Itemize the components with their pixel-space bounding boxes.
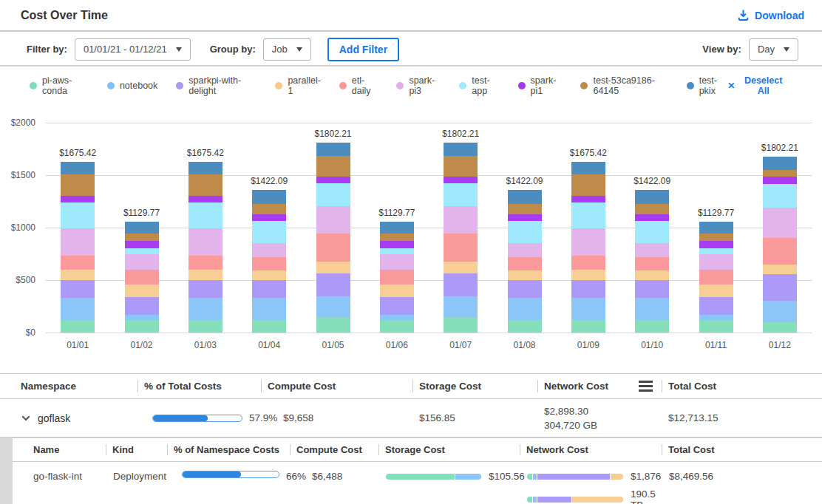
- bar-segment-test-app: [125, 248, 159, 253]
- bar-segment-parallel-1: [125, 285, 159, 297]
- x-axis-tick-label: 01/07: [438, 340, 483, 350]
- bar-segment-pi-aws-conda: [635, 320, 669, 333]
- cost-bar-chart: $0$500$1000$1500$2000$1675.4201/01$1129.…: [0, 103, 822, 362]
- network-cost-bar: [527, 474, 623, 480]
- column-header-storage: Storage Cost: [378, 438, 520, 461]
- legend-item-pi-aws-conda[interactable]: pi-aws-conda: [30, 75, 89, 96]
- deselect-all-label: Deselect All: [740, 75, 787, 96]
- legend-dot-icon: [30, 82, 37, 89]
- x-axis-tick-label: 01/12: [758, 340, 802, 350]
- legend-item-spark-pi1[interactable]: spark-pi1: [518, 75, 563, 96]
- bar-segment-test-pkix: [571, 162, 605, 174]
- bar-segment-test-pkix: [763, 157, 797, 171]
- bar-segment: [455, 474, 481, 480]
- bar-segment-test-pkix: [188, 162, 223, 174]
- bar-segment-test-app: [316, 183, 350, 206]
- bar-segment-etl-daily: [571, 256, 605, 269]
- bar-segment-sparkpi-with-delight: [252, 280, 286, 298]
- pct-namespace-progress-bar: [182, 471, 279, 478]
- legend-label: etl-daily: [352, 75, 378, 96]
- column-header-compute: Compute Cost: [261, 374, 412, 398]
- view-by-select[interactable]: Day: [749, 38, 798, 61]
- legend-item-test-app[interactable]: test-app: [459, 75, 499, 96]
- namespace-name: goflask: [38, 412, 70, 424]
- storage-cost-value: $156.85: [412, 412, 537, 423]
- bar-segment-spark-pi3: [61, 228, 95, 256]
- bar-segment-pi-aws-conda: [252, 320, 286, 333]
- bar-segment-parallel-1: [508, 270, 542, 281]
- network-usage-value: 304,720 GB: [544, 418, 662, 432]
- legend-item-spark-pi3[interactable]: spark-pi3: [396, 75, 441, 96]
- bar-segment-pi-aws-conda: [508, 320, 542, 333]
- deselect-all-button[interactable]: ✕ Deselect All: [727, 75, 787, 96]
- download-label: Download: [755, 10, 804, 21]
- x-axis-tick-label: 01/06: [375, 340, 419, 350]
- workload-kind: Deployment: [106, 462, 167, 504]
- legend-item-parallel-1[interactable]: parallel-1: [275, 75, 320, 96]
- bar-segment-sparkpi-with-delight: [444, 273, 478, 296]
- add-filter-button[interactable]: Add Filter: [327, 38, 399, 61]
- bar-total-label: $1422.09: [621, 176, 683, 186]
- network-cost-cell: $2,898.30 304,720 GB: [537, 404, 662, 432]
- chevron-down-icon[interactable]: [21, 413, 31, 423]
- bar-total-label: $1675.42: [557, 148, 619, 158]
- network-cost-cell: $1,876 190.5 TB: [520, 462, 662, 504]
- table-row-goflask[interactable]: goflask 57.9% $9,658 $156.85 $2,898.30 3…: [0, 399, 822, 437]
- bar-segment-spark-pi1: [635, 214, 669, 221]
- x-axis-tick-label: 01/09: [566, 340, 611, 350]
- column-header-network: Network Cost: [537, 374, 662, 398]
- table-row-go-flask-int[interactable]: go-flask-int Deployment 66% $6,488 $105.…: [13, 462, 822, 504]
- bar-segment-parallel-1: [635, 270, 669, 281]
- bar-total-label: $1422.09: [238, 176, 300, 186]
- bar-total-label: $1129.77: [685, 208, 747, 218]
- date-range-select[interactable]: 01/01/21 - 01/12/21: [75, 38, 191, 61]
- group-by-select[interactable]: Job: [263, 38, 311, 61]
- bar-segment-notebook: [252, 298, 286, 320]
- chevron-down-icon: [296, 47, 302, 52]
- gridline: [46, 123, 812, 123]
- title-bar: Cost Over Time Download: [0, 0, 822, 32]
- bar-segment-notebook: [571, 298, 605, 321]
- legend-dot-icon: [580, 82, 588, 89]
- bar-segment-test-53ca9186-64145: [125, 234, 159, 242]
- bar-segment-test-pkix: [125, 222, 159, 234]
- legend-item-notebook[interactable]: notebook: [107, 81, 157, 91]
- y-axis-tick-label: $2000: [0, 118, 35, 128]
- bar-segment-notebook: [444, 296, 478, 318]
- chevron-down-icon: [176, 47, 182, 52]
- gridline: [46, 333, 812, 333]
- bar-segment-test-app: [571, 202, 605, 228]
- gridline: [46, 175, 812, 176]
- legend-item-etl-daily[interactable]: etl-daily: [339, 75, 378, 96]
- bar-segment-etl-daily: [444, 234, 478, 262]
- bar-total-label: $1675.42: [47, 148, 109, 158]
- pct-total-progress-bar: [152, 415, 242, 422]
- download-icon: [737, 9, 750, 21]
- y-axis-tick-label: $1500: [0, 170, 35, 180]
- bar-segment-spark-pi1: [508, 214, 542, 221]
- bar-segment-sparkpi-with-delight: [571, 280, 605, 298]
- download-button[interactable]: Download: [737, 9, 804, 21]
- legend-label: pi-aws-conda: [42, 75, 89, 96]
- column-header-namespace: Namespace: [0, 374, 137, 398]
- y-axis-tick-label: $1000: [0, 222, 35, 233]
- bar-segment-spark-pi3: [635, 243, 669, 257]
- column-menu-icon[interactable]: [637, 379, 654, 393]
- column-header-name: Name: [13, 438, 106, 461]
- chart-legend: pi-aws-condanotebooksparkpi-with-delight…: [0, 68, 822, 103]
- legend-label: spark-pi3: [409, 75, 441, 96]
- bar-segment-test-pkix: [380, 222, 414, 234]
- bar-segment-notebook: [61, 298, 95, 321]
- bar-segment-test-53ca9186-64145: [763, 170, 797, 177]
- bar-segment-pi-aws-conda: [61, 320, 95, 333]
- legend-item-test-pkix[interactable]: test-pkix: [687, 75, 728, 96]
- bar-segment-parallel-1: [316, 262, 350, 273]
- bar-segment-pi-aws-conda: [571, 320, 605, 333]
- legend-item-test-53ca9186-64145[interactable]: test-53ca9186-64145: [580, 75, 668, 96]
- gridline: [46, 228, 812, 228]
- legend-item-sparkpi-with-delight[interactable]: sparkpi-with-delight: [176, 75, 257, 96]
- bar-segment-spark-pi1: [763, 177, 797, 184]
- bar-segment-sparkpi-with-delight: [763, 274, 797, 301]
- column-header-total: Total Cost: [662, 438, 822, 461]
- y-axis-tick-label: $500: [0, 275, 35, 285]
